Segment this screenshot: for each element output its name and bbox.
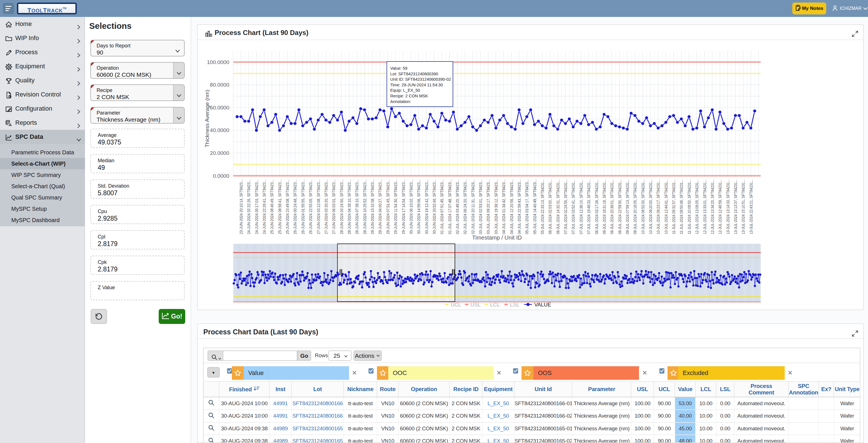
svg-text:06-JUL-2024 02:03:00, SFT84231: 06-JUL-2024 02:03:00, SFT84231... bbox=[548, 179, 552, 234]
svg-text:04-JUL-2024 22:59:43, SFT8423.: 04-JUL-2024 22:59:43, SFT8423... bbox=[517, 179, 522, 234]
svg-text:09-JUL-2024 07:59:13, SFT84231: 09-JUL-2024 07:59:13, SFT84231... bbox=[625, 179, 630, 234]
svg-text:25-JUN-2024 08:46:49, SFT8423.: 25-JUN-2024 08:46:49, SFT8423... bbox=[270, 179, 274, 234]
svg-text:80.0000: 80.0000 bbox=[210, 82, 229, 88]
svg-text:13-JUL-2024 15:10:51, SFT84231: 13-JUL-2024 15:10:51, SFT84231... bbox=[741, 179, 745, 234]
svg-text:29-JUN-2024 04:00:27, SFT8423.: 29-JUN-2024 04:00:27, SFT8423... bbox=[378, 179, 382, 234]
svg-text:25-JUN-2024 08:58:41, SFT8423.: 25-JUN-2024 08:58:41, SFT8423... bbox=[278, 179, 282, 234]
svg-text:07-JUL-2024 03:52:41, SFT84231: 07-JUL-2024 03:52:41, SFT84231... bbox=[571, 179, 576, 234]
svg-text:01-JUL-2024 07:51:45, SFT8423.: 01-JUL-2024 07:51:45, SFT8423... bbox=[440, 179, 444, 234]
svg-text:UCL: UCL bbox=[451, 302, 461, 308]
svg-text:10-JUL-2024 12:44:41, SFT84231: 10-JUL-2024 12:44:41, SFT84231... bbox=[664, 179, 669, 234]
svg-text:08-JUL-2024 18:31:18, SFT84231: 08-JUL-2024 18:31:18, SFT84231... bbox=[602, 179, 607, 234]
svg-text:Unit ID: SFT84231240600390-02: Unit ID: SFT84231240600390-02 bbox=[390, 77, 451, 81]
svg-text:05-JUL-2024 14:40:49, SFT8423.: 05-JUL-2024 14:40:49, SFT8423... bbox=[532, 179, 537, 234]
svg-text:0.0000: 0.0000 bbox=[213, 173, 229, 179]
svg-text:10-JUL-2024 08:52:00, SFT84231: 10-JUL-2024 08:52:00, SFT84231... bbox=[641, 179, 645, 234]
svg-text:28-JUN-2024 07:38:10, SFT8423.: 28-JUN-2024 07:38:10, SFT8423... bbox=[355, 179, 359, 234]
svg-text:12-JUL-2024 12:48:59, SFT84231: 12-JUL-2024 12:48:59, SFT84231... bbox=[718, 179, 722, 234]
svg-text:25-JUN-2024 23:49:08, SFT8423.: 25-JUN-2024 23:49:08, SFT8423... bbox=[285, 179, 290, 234]
svg-text:27-JUN-2024 03:30:20, SFT8423.: 27-JUN-2024 03:30:20, SFT8423... bbox=[324, 179, 329, 234]
svg-text:24-JUN-2024 05:17:03, SFT8423.: 24-JUN-2024 05:17:03, SFT8423... bbox=[254, 179, 259, 234]
svg-text:01-JUL-2024 17:07:48, SFT8423.: 01-JUL-2024 17:07:48, SFT8423... bbox=[447, 179, 452, 234]
svg-text:07-JUL-2024 19:48:33, SFT84231: 07-JUL-2024 19:48:33, SFT84231... bbox=[587, 179, 591, 234]
svg-text:07-JUL-2024 02:24:55, SFT84231: 07-JUL-2024 02:24:55, SFT84231... bbox=[563, 179, 568, 234]
svg-text:Equip: L_EX_50: Equip: L_EX_50 bbox=[390, 88, 420, 93]
svg-text:LSL: LSL bbox=[510, 302, 519, 308]
svg-text:10-JUL-2024 09:23:17, SFT84231: 10-JUL-2024 09:23:17, SFT84231... bbox=[656, 179, 660, 234]
svg-text:08-JUL-2024 03:17:26, SFT84231: 08-JUL-2024 03:17:26, SFT84231... bbox=[594, 179, 599, 234]
svg-text:24-JUN-2024 22:26:41, SFT8423.: 24-JUN-2024 22:26:41, SFT8423... bbox=[262, 179, 267, 234]
svg-text:30-JUN-2024 20:52:46, SFT8423.: 30-JUN-2024 20:52:46, SFT8423... bbox=[432, 179, 437, 234]
svg-text:02-JUL-2024 06:24:20, SFT8423.: 02-JUL-2024 06:24:20, SFT8423... bbox=[463, 179, 467, 234]
svg-text:06-JUL-2024 14:32:31, SFT84231: 06-JUL-2024 14:32:31, SFT84231... bbox=[556, 179, 560, 234]
svg-text:29-JUN-2024 07:51:45, SFT8423.: 29-JUN-2024 07:51:45, SFT8423... bbox=[386, 179, 390, 234]
svg-text:13-JUL-2024 13:14:33, SFT84231: 13-JUL-2024 13:14:33, SFT84231... bbox=[726, 179, 730, 234]
svg-text:09-JUL-2024 20:18:05, SFT84231: 09-JUL-2024 20:18:05, SFT84231... bbox=[633, 179, 637, 234]
svg-text:03-JUL-2024 02:53:01, SFT8423.: 03-JUL-2024 02:53:01, SFT8423... bbox=[478, 179, 483, 234]
svg-text:03-JUL-2024 09:20:17, SFT8423.: 03-JUL-2024 09:20:17, SFT8423... bbox=[486, 179, 491, 234]
svg-text:12-JUL-2024 13:34:20, SFT84231: 12-JUL-2024 13:34:20, SFT84231... bbox=[710, 179, 715, 234]
svg-text:24-JUN-2024 02:32:26, SFT8423.: 24-JUN-2024 02:32:26, SFT8423... bbox=[247, 179, 251, 234]
svg-text:VALUE: VALUE bbox=[534, 302, 551, 308]
svg-text:12-JUL-2024 13:33:01, SFT84231: 12-JUL-2024 13:33:01, SFT84231... bbox=[703, 179, 707, 234]
svg-text:Recipe: 2 CON MSK: Recipe: 2 CON MSK bbox=[390, 94, 428, 98]
svg-text:05-JUL-2024 03:04:17, SFT8423.: 05-JUL-2024 03:04:17, SFT8423... bbox=[525, 179, 529, 234]
svg-text:11-JUL-2024 10:09:50, SFT84231: 11-JUL-2024 10:09:50, SFT84231... bbox=[687, 179, 691, 234]
svg-text:Value: 59: Value: 59 bbox=[390, 66, 407, 71]
svg-text:02-JUL-2024 03:49:20, SFT8423.: 02-JUL-2024 03:49:20, SFT8423... bbox=[455, 179, 460, 234]
svg-text:Annotation:: Annotation: bbox=[390, 99, 411, 104]
svg-text:02-JUL-2024 20:11:31, SFT8423.: 02-JUL-2024 20:11:31, SFT8423... bbox=[471, 179, 475, 234]
svg-text:30-JUN-2024 06:10:02, SFT8423.: 30-JUN-2024 06:10:02, SFT8423... bbox=[409, 179, 413, 234]
svg-text:13-JUL-2024 22:43:21, SFT84231: 13-JUL-2024 22:43:21, SFT84231... bbox=[749, 179, 753, 234]
svg-text:Time: 29-JUN-2024 11:54:30: Time: 29-JUN-2024 11:54:30 bbox=[390, 83, 443, 87]
svg-text:27-JUN-2024 06:03:01, SFT8423.: 27-JUN-2024 06:03:01, SFT8423... bbox=[332, 179, 336, 234]
svg-text:26-JUN-2024 22:53:05, SFT8423.: 26-JUN-2024 22:53:05, SFT8423... bbox=[308, 179, 313, 234]
svg-text:29-JUN-2024 17:14:54, SFT8423.: 29-JUN-2024 17:14:54, SFT8423... bbox=[401, 179, 406, 234]
svg-text:08-JUL-2024 20:38:01, SFT84231: 08-JUL-2024 20:38:01, SFT84231... bbox=[610, 179, 614, 234]
svg-text:04-JUL-2024 12:20:56, SFT8423.: 04-JUL-2024 12:20:56, SFT8423... bbox=[509, 179, 514, 234]
svg-text:26-JUN-2024 01:55:55, SFT8423.: 26-JUN-2024 01:55:55, SFT8423... bbox=[301, 179, 305, 234]
svg-text:05-JUL-2024 22:33:13, SFT84231: 05-JUL-2024 22:33:13, SFT84231... bbox=[540, 179, 545, 234]
svg-text:26-JUN-2024 00:24:48, SFT8423.: 26-JUN-2024 00:24:48, SFT8423... bbox=[293, 179, 297, 234]
svg-text:11-JUL-2024 09:31:57, SFT84231: 11-JUL-2024 09:31:57, SFT84231... bbox=[672, 179, 676, 234]
svg-text:13-JUL-2024 13:13:37, SFT84231: 13-JUL-2024 13:13:37, SFT84231... bbox=[733, 179, 738, 234]
svg-text:03-JUL-2024 19:36:12, SFT8423.: 03-JUL-2024 19:36:12, SFT8423... bbox=[494, 179, 498, 234]
svg-text:23-JUN-2024 20:10:14, SFT8423.: 23-JUN-2024 20:10:14, SFT8423... bbox=[239, 179, 243, 234]
svg-text:30-JUN-2024 14:59:06, SFT8423.: 30-JUN-2024 14:59:06, SFT8423... bbox=[416, 179, 421, 234]
svg-text:20.0000: 20.0000 bbox=[210, 150, 229, 156]
svg-text:07-JUL-2024 12:36:10, SFT84231: 07-JUL-2024 12:36:10, SFT84231... bbox=[579, 179, 583, 234]
svg-text:60.0000: 60.0000 bbox=[210, 105, 229, 111]
svg-text:Lot: SFT84231240600390: Lot: SFT84231240600390 bbox=[390, 72, 438, 76]
svg-text:100.0000: 100.0000 bbox=[207, 59, 229, 65]
svg-text:11-JUL-2024 09:50:48, SFT84231: 11-JUL-2024 09:50:48, SFT84231... bbox=[679, 179, 684, 234]
svg-text:08-JUL-2024 22:59:50, SFT84231: 08-JUL-2024 22:59:50, SFT84231... bbox=[618, 179, 622, 234]
svg-text:40.0000: 40.0000 bbox=[210, 127, 229, 133]
svg-text:10-JUL-2024 09:20:00, SFT84231: 10-JUL-2024 09:20:00, SFT84231... bbox=[648, 179, 653, 234]
svg-text:12-JUL-2024 13:08:05, SFT84231: 12-JUL-2024 13:08:05, SFT84231... bbox=[694, 179, 699, 234]
svg-text:28-JUN-2024 04:38:10, SFT8423.: 28-JUN-2024 04:38:10, SFT8423... bbox=[347, 179, 351, 234]
svg-text:28-JUN-2024 10:25:52, SFT8423.: 28-JUN-2024 10:25:52, SFT8423... bbox=[363, 179, 367, 234]
svg-text:Timestamp / Unit ID: Timestamp / Unit ID bbox=[472, 235, 522, 241]
svg-text:29-JUN-2024 11:54:30, SFT8423.: 29-JUN-2024 11:54:30, SFT8423... bbox=[393, 179, 398, 234]
svg-text:27-JUN-2024 03:12:08, SFT8423.: 27-JUN-2024 03:12:08, SFT8423... bbox=[316, 179, 321, 234]
svg-text:28-JUN-2024 03:24:50, SFT8423.: 28-JUN-2024 03:24:50, SFT8423... bbox=[339, 179, 344, 234]
svg-text:Thickness Average (nm): Thickness Average (nm) bbox=[204, 90, 210, 147]
svg-text:USL: USL bbox=[470, 302, 480, 308]
svg-text:28-JUN-2024 15:32:08, SFT8423.: 28-JUN-2024 15:32:08, SFT8423... bbox=[370, 179, 375, 234]
svg-text:LCL: LCL bbox=[490, 302, 500, 308]
svg-text:30-JUN-2024 19:12:42, SFT8423.: 30-JUN-2024 19:12:42, SFT8423... bbox=[425, 179, 429, 234]
svg-text:04-JUL-2024 01:34:42, SFT8423.: 04-JUL-2024 01:34:42, SFT8423... bbox=[501, 179, 506, 234]
